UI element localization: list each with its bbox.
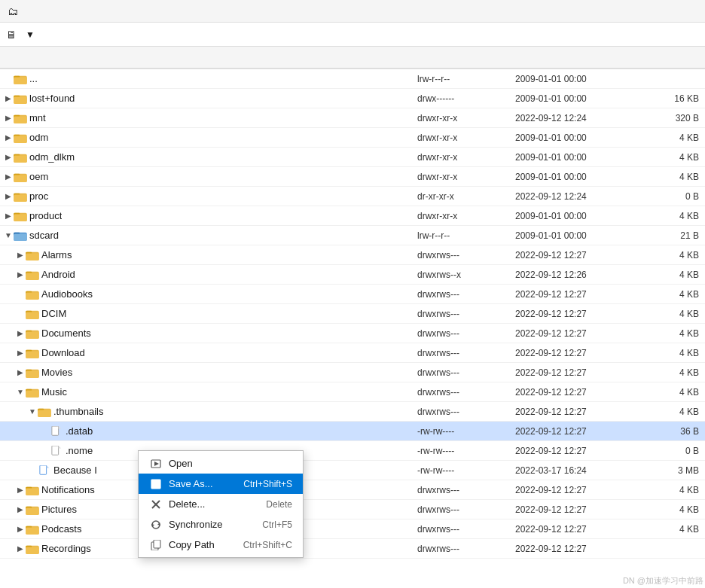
context-menu-item-delete[interactable]: Delete...Delete bbox=[139, 494, 303, 514]
context-menu-icon-delete bbox=[149, 499, 163, 510]
file-row[interactable]: ▶productdrwxr-xr-x2009-01-01 00:004 KB bbox=[0, 206, 705, 226]
date-cell: 2022-09-12 12:27 bbox=[509, 524, 645, 535]
file-name-cell: .datab bbox=[0, 425, 411, 437]
permissions-cell: -rw-rw---- bbox=[411, 465, 509, 476]
toggle-button[interactable]: ▶ bbox=[15, 329, 26, 337]
toggle-button[interactable]: ▶ bbox=[15, 544, 26, 553]
date-cell: 2009-01-01 00:00 bbox=[509, 172, 645, 182]
permissions-cell: dr-xr-xr-x bbox=[411, 191, 509, 202]
size-cell: 4 KB bbox=[645, 504, 705, 515]
file-name-text: Movies bbox=[41, 367, 72, 378]
permissions-cell: drwxrws--- bbox=[411, 250, 509, 260]
context-menu-label-synchronize: Synchronize bbox=[169, 519, 256, 530]
toggle-button[interactable]: ▶ bbox=[3, 133, 14, 142]
size-cell: 16 KB bbox=[645, 93, 705, 104]
file-row[interactable]: ▶mntdrwxr-xr-x2022-09-12 12:24320 B bbox=[0, 108, 705, 128]
file-name-cell: Audiobooks bbox=[0, 288, 411, 300]
size-cell: 4 KB bbox=[645, 172, 705, 182]
file-row[interactable]: ▶Alarmsdrwxrws---2022-09-12 12:274 KB bbox=[0, 245, 705, 265]
file-name-text: Because I bbox=[53, 465, 97, 476]
file-row[interactable]: .datab-rw-rw----2022-09-12 12:2736 B bbox=[0, 422, 705, 441]
file-row[interactable]: ▼.thumbnailsdrwxrws---2022-09-12 12:274 … bbox=[0, 402, 705, 422]
svg-rect-82 bbox=[154, 540, 160, 548]
svg-rect-32 bbox=[26, 273, 39, 280]
file-name-text: Audiobooks bbox=[41, 288, 93, 300]
toggle-button[interactable]: ▶ bbox=[15, 251, 26, 259]
file-row[interactable]: ▶Documentsdrwxrws---2022-09-12 12:274 KB bbox=[0, 324, 705, 343]
svg-rect-35 bbox=[26, 292, 39, 300]
file-row[interactable]: ▶Androiddrwxrws--x2022-09-12 12:264 KB bbox=[0, 265, 705, 285]
permissions-cell: drwxrws--- bbox=[411, 367, 509, 378]
toggle-button[interactable]: ▼ bbox=[15, 388, 26, 396]
context-menu-item-saveas[interactable]: Save As...Ctrl+Shift+S bbox=[139, 474, 303, 494]
svg-rect-71 bbox=[26, 547, 39, 554]
file-name-text: lost+found bbox=[29, 93, 75, 104]
svg-rect-76 bbox=[153, 485, 159, 488]
toggle-button[interactable]: ▶ bbox=[15, 486, 26, 494]
file-row[interactable]: ▶Podcastsdrwxrws---2022-09-12 12:274 KB bbox=[0, 519, 705, 539]
file-row[interactable]: .nome-rw-rw----2022-09-12 12:270 B bbox=[0, 441, 705, 461]
toggle-button[interactable]: ▶ bbox=[3, 114, 14, 122]
file-name-text: .nome bbox=[66, 445, 93, 456]
context-menu-item-synchronize[interactable]: SynchronizeCtrl+F5 bbox=[139, 514, 303, 535]
date-cell: 2009-01-01 00:00 bbox=[509, 152, 645, 163]
file-row[interactable]: ▶Moviesdrwxrws---2022-09-12 12:274 KB bbox=[0, 363, 705, 382]
file-row[interactable]: ▶procdr-xr-xr-x2022-09-12 12:240 B bbox=[0, 187, 705, 206]
date-cell: 2022-09-12 12:27 bbox=[509, 328, 645, 339]
size-cell: 4 KB bbox=[645, 270, 705, 280]
toggle-button[interactable]: ▼ bbox=[3, 231, 14, 239]
permissions-cell: drwxrws--- bbox=[411, 544, 509, 554]
device-bar: 🖥 ▼ bbox=[0, 23, 705, 47]
svg-rect-5 bbox=[14, 96, 27, 104]
folder-icon bbox=[14, 113, 27, 123]
size-cell: 4 KB bbox=[645, 289, 705, 300]
toggle-button[interactable]: ▶ bbox=[3, 192, 14, 200]
file-row[interactable]: Because I-rw-rw----2022-03-17 16:243 MB bbox=[0, 461, 705, 480]
file-row[interactable]: DCIMdrwxrws---2022-09-12 12:274 KB bbox=[0, 304, 705, 324]
folder-icon bbox=[14, 191, 27, 202]
file-row[interactable]: ▼sdcardlrw-r--r--2009-01-01 00:0021 B bbox=[0, 226, 705, 245]
file-row[interactable]: ▶Downloaddrwxrws---2022-09-12 12:274 KB bbox=[0, 343, 705, 363]
toggle-button[interactable]: ▶ bbox=[15, 270, 26, 279]
date-cell: 2022-09-12 12:27 bbox=[509, 426, 645, 437]
toggle-button[interactable]: ▶ bbox=[3, 212, 14, 220]
toggle-button[interactable]: ▶ bbox=[15, 368, 26, 376]
file-name-text: Recordings bbox=[41, 543, 91, 554]
file-row[interactable]: ▶Notificationsdrwxrws---2022-09-12 12:27… bbox=[0, 480, 705, 500]
file-row[interactable]: ▶Recordingsdrwxrws---2022-09-12 12:27 bbox=[0, 539, 705, 559]
folder-icon bbox=[14, 172, 27, 182]
date-cell: 2022-09-12 12:27 bbox=[509, 387, 645, 398]
svg-rect-56 bbox=[52, 446, 59, 455]
size-cell: 4 KB bbox=[645, 211, 705, 221]
context-menu[interactable]: OpenSave As...Ctrl+Shift+SDelete...Delet… bbox=[138, 450, 304, 558]
svg-rect-26 bbox=[14, 233, 27, 241]
file-row[interactable]: ...lrw-r--r--2009-01-01 00:00 bbox=[0, 69, 705, 89]
date-cell: 2009-01-01 00:00 bbox=[509, 93, 645, 104]
date-cell: 2022-09-12 12:26 bbox=[509, 270, 645, 280]
toggle-button[interactable]: ▶ bbox=[15, 525, 26, 533]
file-row[interactable]: ▶Picturesdrwxrws---2022-09-12 12:274 KB bbox=[0, 500, 705, 519]
folder-icon bbox=[26, 250, 39, 260]
file-row[interactable]: ▶lost+founddrwx------2009-01-01 00:0016 … bbox=[0, 89, 705, 108]
context-menu-shortcut-saveas: Ctrl+Shift+S bbox=[243, 479, 292, 489]
toggle-button[interactable]: ▼ bbox=[27, 407, 38, 416]
file-row[interactable]: ▶oemdrwxr-xr-x2009-01-01 00:004 KB bbox=[0, 167, 705, 187]
file-row[interactable]: ▶odmdrwxr-xr-x2009-01-01 00:004 KB bbox=[0, 128, 705, 148]
file-row[interactable]: ▼Musicdrwxrws---2022-09-12 12:274 KB bbox=[0, 382, 705, 402]
toggle-button[interactable]: ▶ bbox=[3, 153, 14, 161]
size-cell: 4 KB bbox=[645, 524, 705, 535]
file-name-text: Documents bbox=[41, 328, 91, 339]
toggle-button[interactable]: ▶ bbox=[15, 505, 26, 513]
toggle-button[interactable]: ▶ bbox=[3, 172, 14, 181]
folder-icon bbox=[26, 328, 39, 339]
toggle-button[interactable]: ▶ bbox=[3, 94, 14, 102]
context-menu-item-copypath[interactable]: Copy PathCtrl+Shift+C bbox=[139, 535, 303, 555]
file-name-cell: ▼.thumbnails bbox=[0, 406, 411, 417]
device-selector[interactable]: 🖥 ▼ bbox=[6, 29, 35, 41]
folder-icon bbox=[26, 504, 39, 515]
file-row[interactable]: Audiobooksdrwxrws---2022-09-12 12:274 KB bbox=[0, 285, 705, 304]
context-menu-item-open[interactable]: Open bbox=[139, 453, 303, 474]
context-menu-icon-copypath bbox=[149, 540, 163, 550]
toggle-button[interactable]: ▶ bbox=[15, 349, 26, 357]
file-row[interactable]: ▶odm_dlkmdrwxr-xr-x2009-01-01 00:004 KB bbox=[0, 148, 705, 167]
